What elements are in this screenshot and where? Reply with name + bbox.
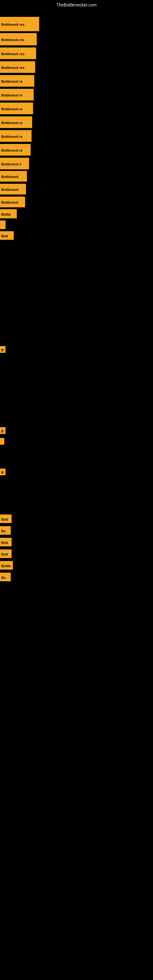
bottleneck-bar: Bottleneck res bbox=[0, 33, 37, 45]
bottleneck-bar: Bottle bbox=[0, 561, 13, 570]
bottleneck-bar: Bottleneck re bbox=[0, 130, 32, 142]
bottleneck-bar: Bottleneck bbox=[0, 197, 25, 207]
bottleneck-bar: Bottleneck res bbox=[0, 17, 39, 31]
bottleneck-bar: Bottleneck re bbox=[0, 116, 32, 128]
site-title: TheBottlenecker.com bbox=[0, 0, 153, 10]
bottleneck-bar: Bottle bbox=[0, 209, 17, 218]
bottleneck-bar: Bo bbox=[0, 573, 11, 581]
bottleneck-bar: Bottleneck re bbox=[0, 89, 33, 100]
bottleneck-bar: Bottleneck bbox=[0, 171, 27, 181]
bottleneck-bar: Bottleneck re bbox=[0, 103, 33, 114]
bottleneck-bar: Bott bbox=[0, 549, 12, 558]
bottleneck-bar bbox=[0, 438, 4, 445]
bottleneck-bar: Bottleneck re bbox=[0, 144, 30, 156]
bottleneck-bar: Bottleneck bbox=[0, 184, 26, 194]
bottleneck-bar: B bbox=[0, 469, 5, 475]
bottleneck-bar: Bott bbox=[0, 231, 14, 240]
bottleneck-bar: Bott bbox=[0, 538, 12, 546]
bottleneck-bar bbox=[0, 221, 5, 229]
bottleneck-bar: Bottleneck n bbox=[0, 158, 29, 169]
bottleneck-bar: B bbox=[0, 346, 5, 353]
bottleneck-bar: Bottleneck re bbox=[0, 75, 34, 87]
bottleneck-bar: Bottleneck res bbox=[0, 48, 36, 59]
bottleneck-bar: Bo bbox=[0, 526, 11, 535]
bottleneck-bar: Bottleneck res bbox=[0, 61, 35, 73]
bottleneck-bar: B bbox=[0, 427, 5, 434]
bottleneck-bar: Bott bbox=[0, 514, 12, 523]
